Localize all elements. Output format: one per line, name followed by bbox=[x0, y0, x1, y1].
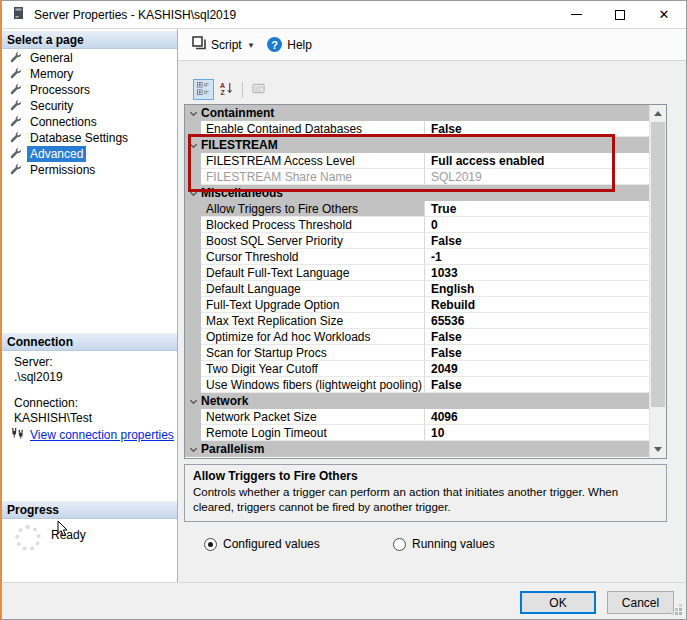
maximize-button[interactable] bbox=[598, 1, 642, 28]
property-row[interactable]: Full-Text Upgrade Option Rebuild bbox=[185, 297, 649, 313]
values-radio-group: Configured values Running values bbox=[178, 537, 686, 555]
radio-option[interactable]: Running values bbox=[393, 537, 495, 551]
scrollbar-thumb[interactable] bbox=[651, 122, 665, 407]
property-name[interactable]: Remote Login Timeout bbox=[201, 425, 425, 441]
property-name[interactable]: Network Packet Size bbox=[201, 409, 425, 425]
property-category-row[interactable]: Containment bbox=[185, 105, 649, 121]
categorized-button[interactable] bbox=[193, 79, 214, 100]
chevron-down-icon[interactable] bbox=[185, 441, 201, 457]
property-name[interactable]: Two Digit Year Cutoff bbox=[201, 361, 425, 377]
property-value[interactable]: English bbox=[425, 281, 649, 297]
property-name[interactable]: Optimize for Ad hoc Workloads bbox=[201, 329, 425, 345]
property-value[interactable]: 10 bbox=[425, 425, 649, 441]
property-name[interactable]: Blocked Process Threshold bbox=[201, 217, 425, 233]
property-row[interactable]: Use Windows fibers (lightweight pooling)… bbox=[185, 377, 649, 393]
property-category-row[interactable]: Network bbox=[185, 393, 649, 409]
property-name[interactable]: Allow Triggers to Fire Others bbox=[201, 201, 425, 217]
view-connection-properties-link[interactable]: View connection properties bbox=[30, 428, 174, 442]
radio-option[interactable]: Configured values bbox=[204, 537, 320, 551]
property-value[interactable]: True bbox=[425, 201, 649, 217]
property-name[interactable]: FILESTREAM Share Name bbox=[201, 169, 425, 185]
property-value[interactable]: False bbox=[425, 377, 649, 393]
property-value[interactable]: Full access enabled bbox=[425, 153, 649, 169]
property-value[interactable]: -1 bbox=[425, 249, 649, 265]
property-value[interactable]: 65536 bbox=[425, 313, 649, 329]
property-value[interactable]: SQL2019 bbox=[425, 169, 649, 185]
property-row[interactable]: Default Language English bbox=[185, 281, 649, 297]
sidebar-page-item[interactable]: General bbox=[2, 50, 177, 66]
sidebar-page-item[interactable]: Permissions bbox=[2, 162, 177, 178]
property-row[interactable]: FILESTREAM Share Name SQL2019 bbox=[185, 169, 649, 185]
property-row[interactable]: Cursor Threshold -1 bbox=[185, 249, 649, 265]
property-name[interactable]: Full-Text Upgrade Option bbox=[201, 297, 425, 313]
property-value[interactable]: False bbox=[425, 329, 649, 345]
property-value[interactable]: Rebuild bbox=[425, 297, 649, 313]
property-row[interactable]: Max Text Replication Size 65536 bbox=[185, 313, 649, 329]
minimize-button[interactable] bbox=[554, 1, 598, 28]
close-button[interactable]: ✕ bbox=[642, 1, 686, 28]
property-name[interactable]: Boost SQL Server Priority bbox=[201, 233, 425, 249]
server-value: .\sql2019 bbox=[14, 370, 92, 385]
cancel-button[interactable]: Cancel bbox=[607, 591, 674, 614]
property-row[interactable]: FILESTREAM Access Level Full access enab… bbox=[185, 153, 649, 169]
sidebar-page-item[interactable]: Advanced bbox=[2, 146, 177, 162]
property-name[interactable]: Enable Contained Databases bbox=[201, 121, 425, 137]
property-row[interactable]: Two Digit Year Cutoff 2049 bbox=[185, 361, 649, 377]
sidebar-page-item[interactable]: Processors bbox=[2, 82, 177, 98]
sidebar-page-item[interactable]: Security bbox=[2, 98, 177, 114]
property-name[interactable]: Max Text Replication Size bbox=[201, 313, 425, 329]
property-row[interactable]: Boost SQL Server Priority False bbox=[185, 233, 649, 249]
property-row[interactable]: Scan for Startup Procs False bbox=[185, 345, 649, 361]
property-category-row[interactable]: Miscellaneous bbox=[185, 185, 649, 201]
property-name[interactable]: Default Full-Text Language bbox=[201, 265, 425, 281]
dropdown-arrow-icon[interactable]: ▾ bbox=[249, 40, 254, 50]
property-row[interactable]: Network Packet Size 4096 bbox=[185, 409, 649, 425]
property-name[interactable]: Default Language bbox=[201, 281, 425, 297]
script-button[interactable]: Script ▾ bbox=[188, 33, 257, 56]
radio-icon[interactable] bbox=[204, 538, 217, 551]
property-name[interactable]: FILESTREAM Access Level bbox=[201, 153, 425, 169]
chevron-down-icon[interactable] bbox=[185, 393, 201, 409]
property-row[interactable]: Default Full-Text Language 1033 bbox=[185, 265, 649, 281]
chevron-down-icon[interactable] bbox=[185, 185, 201, 201]
property-value[interactable]: False bbox=[425, 121, 649, 137]
select-page-header: Select a page bbox=[2, 31, 177, 49]
property-name[interactable]: Cursor Threshold bbox=[201, 249, 425, 265]
chevron-down-icon[interactable] bbox=[185, 105, 201, 121]
titlebar: Server Properties - KASHISH\sql2019 ✕ bbox=[2, 1, 686, 29]
property-row[interactable]: Remote Login Timeout 10 bbox=[185, 425, 649, 441]
sidebar-page-item[interactable]: Database Settings bbox=[2, 130, 177, 146]
property-name[interactable]: Scan for Startup Procs bbox=[201, 345, 425, 361]
property-value[interactable]: 1033 bbox=[425, 265, 649, 281]
property-row[interactable]: Allow Triggers to Fire Others True bbox=[185, 201, 649, 217]
help-button[interactable]: ? Help bbox=[263, 34, 316, 55]
svg-text:Z: Z bbox=[220, 88, 225, 94]
radio-icon[interactable] bbox=[393, 538, 406, 551]
property-grid: Containment Enable Contained Databases F… bbox=[184, 104, 667, 459]
sort-alphabetical-button[interactable]: AZ bbox=[216, 79, 237, 100]
property-value[interactable]: False bbox=[425, 345, 649, 361]
property-value[interactable]: 0 bbox=[425, 217, 649, 233]
property-value[interactable]: 2049 bbox=[425, 361, 649, 377]
property-value[interactable]: 4096 bbox=[425, 409, 649, 425]
property-row[interactable]: Enable Contained Databases False bbox=[185, 121, 649, 137]
ok-button[interactable]: OK bbox=[520, 591, 596, 614]
radio-label: Configured values bbox=[223, 537, 320, 551]
scrollbar-down-button[interactable] bbox=[650, 441, 666, 458]
property-category-row[interactable]: Parallelism bbox=[185, 441, 649, 457]
property-row[interactable]: Blocked Process Threshold 0 bbox=[185, 217, 649, 233]
property-value[interactable]: False bbox=[425, 233, 649, 249]
toolbar: Script ▾ ? Help bbox=[178, 29, 686, 61]
row-indent bbox=[185, 249, 201, 265]
chevron-down-icon[interactable] bbox=[185, 137, 201, 153]
property-row[interactable]: Optimize for Ad hoc Workloads False bbox=[185, 329, 649, 345]
property-name[interactable]: Use Windows fibers (lightweight pooling) bbox=[201, 377, 425, 393]
resize-grip[interactable] bbox=[671, 604, 683, 616]
row-indent bbox=[185, 409, 201, 425]
connection-label: Connection: bbox=[14, 396, 92, 411]
scrollbar-up-button[interactable] bbox=[650, 105, 666, 122]
property-category-row[interactable]: FILESTREAM bbox=[185, 137, 649, 153]
sidebar-page-item[interactable]: Memory bbox=[2, 66, 177, 82]
vertical-scrollbar[interactable] bbox=[649, 105, 666, 458]
sidebar-page-item[interactable]: Connections bbox=[2, 114, 177, 130]
